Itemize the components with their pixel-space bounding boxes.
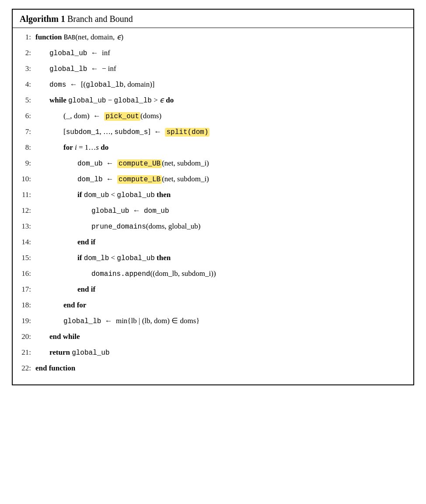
line-content: (_, dom) ← pick_out(doms) xyxy=(35,110,406,122)
line-content: if dom_lb < global_ub then xyxy=(35,252,406,264)
line-content: end while xyxy=(35,331,406,342)
algorithm-line: 2:global_ub ← inf xyxy=(20,47,406,63)
line-content: for i = 1…s do xyxy=(35,142,406,153)
algorithm-line: 7:[subdom_1, …, subdom_s] ← split(dom) xyxy=(20,126,406,142)
line-number: 8: xyxy=(20,142,35,153)
line-content: return global_ub xyxy=(35,347,406,359)
algorithm-line: 22:end function xyxy=(20,363,406,378)
line-number: 9: xyxy=(20,158,35,169)
line-number: 17: xyxy=(20,284,35,295)
line-content: global_ub ← inf xyxy=(35,47,406,59)
line-number: 18: xyxy=(20,300,35,311)
line-number: 11: xyxy=(20,189,35,201)
algorithm-line: 13:prune_domains(doms, global_ub) xyxy=(20,221,406,236)
line-content: while global_ub − global_lb > ϵ do xyxy=(35,95,406,106)
algorithm-line: 8:for i = 1…s do xyxy=(20,142,406,158)
line-content: function BAB(net, domain, ϵ) xyxy=(35,32,406,43)
line-number: 20: xyxy=(20,331,35,342)
algorithm-line: 20:end while xyxy=(20,331,406,347)
algorithm-title: Branch and Bound xyxy=(67,14,133,24)
algorithm-line: 18:end for xyxy=(20,300,406,315)
algorithm-line: 21:return global_ub xyxy=(20,347,406,363)
line-number: 2: xyxy=(20,47,35,59)
line-number: 13: xyxy=(20,221,35,232)
line-content: [subdom_1, …, subdom_s] ← split(dom) xyxy=(35,126,406,138)
line-number: 21: xyxy=(20,347,35,358)
line-number: 16: xyxy=(20,268,35,279)
algorithm-box: Algorithm 1 Branch and Bound 1:function … xyxy=(12,9,414,385)
line-number: 7: xyxy=(20,126,35,137)
algorithm-line: 17:end if xyxy=(20,284,406,300)
algorithm-line: 6:(_, dom) ← pick_out(doms) xyxy=(20,110,406,126)
line-content: global_lb ← − inf xyxy=(35,63,406,75)
algorithm-line: 3:global_lb ← − inf xyxy=(20,63,406,79)
line-content: global_lb ← min{lb | (lb, dom) ∈ doms} xyxy=(35,315,406,327)
line-number: 12: xyxy=(20,205,35,216)
algorithm-header: Algorithm 1 Branch and Bound xyxy=(13,10,413,28)
algorithm-body: 1:function BAB(net, domain, ϵ)2:global_u… xyxy=(13,28,413,384)
line-number: 5: xyxy=(20,95,35,106)
line-content: end function xyxy=(35,363,406,374)
line-content: end for xyxy=(35,300,406,311)
line-number: 22: xyxy=(20,363,35,374)
algorithm-line: 4:doms ← [(global_lb, domain)] xyxy=(20,79,406,95)
line-number: 6: xyxy=(20,110,35,122)
algorithm-line: 14:end if xyxy=(20,236,406,252)
line-number: 10: xyxy=(20,173,35,185)
line-content: dom_lb ← compute_LB(net, subdom_i) xyxy=(35,173,406,185)
algorithm-line: 11:if dom_ub < global_ub then xyxy=(20,189,406,205)
line-content: if dom_ub < global_ub then xyxy=(35,189,406,201)
line-number: 19: xyxy=(20,315,35,327)
line-content: prune_domains(doms, global_ub) xyxy=(35,221,406,233)
line-number: 14: xyxy=(20,236,35,248)
algorithm-line: 5:while global_ub − global_lb > ϵ do xyxy=(20,95,406,110)
algorithm-line: 15:if dom_lb < global_ub then xyxy=(20,252,406,268)
line-number: 1: xyxy=(20,32,35,43)
algorithm-label: Algorithm 1 xyxy=(20,14,65,24)
line-number: 15: xyxy=(20,252,35,264)
algorithm-line: 19:global_lb ← min{lb | (lb, dom) ∈ doms… xyxy=(20,315,406,331)
algorithm-line: 12:global_ub ← dom_ub xyxy=(20,205,406,221)
algorithm-line: 9:dom_ub ← compute_UB(net, subdom_i) xyxy=(20,158,406,173)
line-content: domains.append((dom_lb, subdom_i)) xyxy=(35,268,406,280)
line-content: dom_ub ← compute_UB(net, subdom_i) xyxy=(35,158,406,169)
line-number: 3: xyxy=(20,63,35,74)
algorithm-line: 16:domains.append((dom_lb, subdom_i)) xyxy=(20,268,406,284)
line-content: end if xyxy=(35,284,406,295)
line-content: doms ← [(global_lb, domain)] xyxy=(35,79,406,91)
line-content: global_ub ← dom_ub xyxy=(35,205,406,217)
algorithm-line: 1:function BAB(net, domain, ϵ) xyxy=(20,32,406,47)
algorithm-line: 10:dom_lb ← compute_LB(net, subdom_i) xyxy=(20,173,406,189)
line-content: end if xyxy=(35,236,406,248)
line-number: 4: xyxy=(20,79,35,90)
